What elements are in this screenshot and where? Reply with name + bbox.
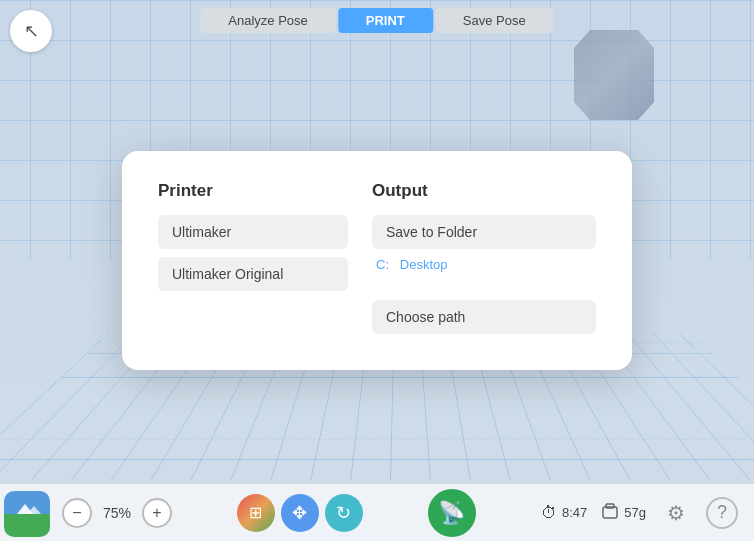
landscape-svg: [11, 498, 43, 530]
svg-rect-0: [11, 514, 43, 530]
settings-button[interactable]: ⚙: [660, 497, 692, 529]
antenna-icon: 📡: [438, 500, 465, 526]
weight-status: 57g: [601, 502, 646, 524]
time-label: 8:47: [562, 505, 587, 520]
rotate-button[interactable]: ↻: [325, 494, 363, 532]
weight-label: 57g: [624, 505, 646, 520]
layers-button[interactable]: ⊞: [237, 494, 275, 532]
zoom-controls: − 75% +: [62, 498, 172, 528]
modal-overlay: Printer Ultimaker Ultimaker Original Out…: [0, 0, 754, 480]
output-section-title: Output: [372, 181, 596, 201]
move-button[interactable]: ✥: [281, 494, 319, 532]
zoom-out-button[interactable]: −: [62, 498, 92, 528]
path-prefix: C:: [376, 257, 389, 272]
main-action-button[interactable]: 📡: [428, 489, 476, 537]
printer-ultimaker-original[interactable]: Ultimaker Original: [158, 257, 348, 291]
time-status: ⏱ 8:47: [541, 504, 587, 522]
weight-icon: [601, 502, 619, 524]
move-icon: ✥: [292, 502, 307, 524]
zoom-in-button[interactable]: +: [142, 498, 172, 528]
toolbar-right: ⏱ 8:47 57g ⚙ ?: [541, 497, 738, 529]
bottom-toolbar: − 75% + ⊞ ✥ ↻ 📡 ⏱ 8:47: [0, 483, 754, 541]
zoom-level: 75%: [98, 505, 136, 521]
help-button[interactable]: ?: [706, 497, 738, 529]
output-column: Output Save to Folder C: Desktop Choose …: [372, 181, 596, 334]
layers-icon: ⊞: [249, 503, 262, 522]
tool-icons: ⊞ ✥ ↻: [237, 494, 363, 532]
path-value: Desktop: [400, 257, 448, 272]
toolbar-center: 📡: [428, 489, 476, 537]
printer-column: Printer Ultimaker Ultimaker Original: [158, 181, 348, 334]
rotate-icon: ↻: [336, 502, 351, 524]
print-modal: Printer Ultimaker Ultimaker Original Out…: [122, 151, 632, 370]
printer-ultimaker[interactable]: Ultimaker: [158, 215, 348, 249]
path-label: C: Desktop: [372, 257, 596, 272]
clock-icon: ⏱: [541, 504, 557, 522]
output-select[interactable]: Save to Folder: [372, 215, 596, 249]
printer-section-title: Printer: [158, 181, 348, 201]
svg-rect-5: [606, 504, 614, 508]
choose-path-button[interactable]: Choose path: [372, 300, 596, 334]
landscape-icon: [4, 491, 50, 537]
